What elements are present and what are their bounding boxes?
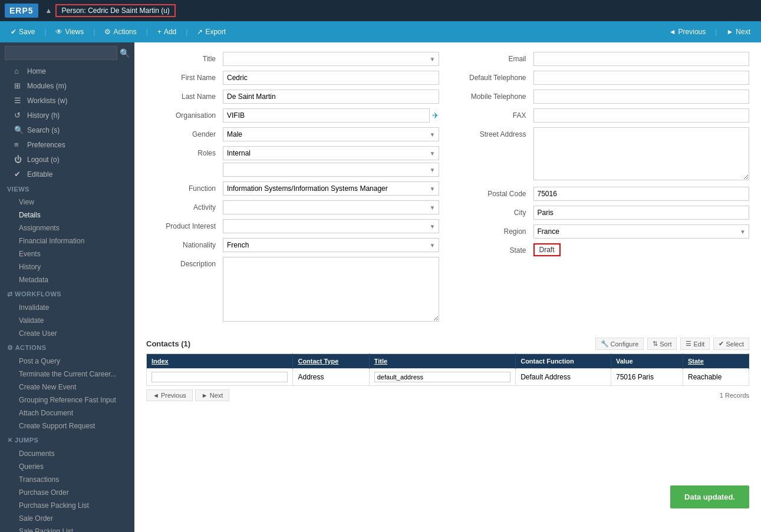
gender-input[interactable]	[223, 127, 439, 141]
mobile-tel-row: Mobile Telephone	[457, 90, 750, 104]
organisation-label: Organisation	[146, 108, 223, 120]
contacts-next-button[interactable]: ► Next	[195, 389, 230, 401]
organisation-link-icon[interactable]: ✈	[432, 111, 439, 120]
region-input[interactable]	[533, 224, 750, 239]
add-button[interactable]: + Add	[151, 25, 182, 38]
sidebar-item-worklists[interactable]: ☰ Worklists (w)	[0, 93, 134, 108]
sidebar-subitem-transactions[interactable]: Transactions	[0, 473, 134, 486]
fax-label: FAX	[457, 108, 533, 120]
sidebar-item-home[interactable]: ⌂ Home	[0, 64, 134, 78]
title-input[interactable]	[223, 52, 439, 66]
table-row: Address Default Address 75016 Paris Reac…	[147, 369, 749, 386]
sidebar-item-search[interactable]: 🔍 Search (s)	[0, 123, 134, 137]
sidebar-subitem-purchase-packing[interactable]: Purchase Packing List	[0, 499, 134, 512]
sidebar-subitem-validate[interactable]: Validate	[0, 314, 134, 327]
nationality-row: Nationality ▼	[146, 238, 439, 252]
sidebar-subitem-metadata[interactable]: Metadata	[0, 273, 134, 286]
street-field	[533, 127, 750, 182]
cell-contact-function: Default Address	[516, 369, 611, 386]
sidebar-subitem-create-user[interactable]: Create User	[0, 327, 134, 340]
sidebar-item-history[interactable]: ↺ History (h)	[0, 108, 134, 123]
nationality-input[interactable]	[223, 238, 439, 252]
sidebar-subitem-view[interactable]: View	[0, 196, 134, 209]
sidebar-subitem-financial[interactable]: Financial Information	[0, 234, 134, 247]
sidebar-subitem-grouping-ref[interactable]: Grouping Reference Fast Input	[0, 394, 134, 407]
activity-input[interactable]	[223, 200, 439, 214]
edit-button[interactable]: ☰ Edit	[680, 338, 710, 350]
contacts-prev-button[interactable]: ◄ Previous	[146, 389, 193, 401]
title-input-row[interactable]	[374, 372, 510, 382]
firstname-label: First Name	[146, 71, 223, 82]
cell-index	[147, 369, 293, 386]
col-index[interactable]: Index	[147, 354, 293, 369]
sidebar-item-label: Worklists (w)	[27, 97, 67, 105]
action-bar: ✔ Save | 👁 Views | ⚙ Actions | + Add | ↗…	[0, 21, 761, 42]
previous-button[interactable]: ◄ Previous	[663, 25, 712, 38]
firstname-input[interactable]	[223, 71, 439, 85]
sidebar-subitem-attach-doc[interactable]: Attach Document	[0, 407, 134, 419]
product-interest-input[interactable]	[223, 219, 439, 233]
sidebar-subitem-create-event[interactable]: Create New Event	[0, 381, 134, 394]
next-button[interactable]: ► Next	[720, 25, 756, 38]
save-button[interactable]: ✔ Save	[5, 25, 41, 38]
organisation-input[interactable]	[223, 108, 430, 123]
email-row: Email	[457, 52, 750, 66]
sidebar-subitem-sale-order[interactable]: Sale Order	[0, 512, 134, 525]
sidebar: 🔍 ⌂ Home ⊞ Modules (m) ☰ Worklists (w) ↺…	[0, 42, 134, 532]
cell-state: Reachable	[683, 369, 749, 386]
state-field: Draft	[533, 243, 750, 256]
sidebar-item-logout[interactable]: ⏻ Logout (o)	[0, 152, 134, 167]
sidebar-subitem-assignments[interactable]: Assignments	[0, 222, 134, 234]
sidebar-subitem-invalidate[interactable]: Invalidate	[0, 301, 134, 314]
sidebar-subitem-documents[interactable]: Documents	[0, 447, 134, 460]
sidebar-item-preferences[interactable]: ≡ Preferences	[0, 137, 134, 152]
sidebar-item-editable[interactable]: ✔ Editable	[0, 167, 134, 181]
configure-button[interactable]: 🔧 Configure	[595, 338, 644, 350]
select-icon: ✔	[719, 340, 724, 348]
function-input[interactable]	[223, 181, 439, 196]
sidebar-subitem-sale-packing[interactable]: Sale Packing List	[0, 525, 134, 532]
select-button[interactable]: ✔ Select	[713, 338, 749, 350]
search-icon[interactable]: 🔍	[120, 48, 130, 58]
description-textarea[interactable]	[223, 257, 439, 322]
actions-button[interactable]: ⚙ Actions	[98, 25, 142, 38]
email-input[interactable]	[533, 52, 750, 66]
views-button[interactable]: 👁 Views	[50, 25, 90, 38]
gender-row: Gender ▼	[146, 127, 439, 141]
roles-input2[interactable]	[223, 163, 439, 177]
sidebar-subitem-details[interactable]: Details	[0, 209, 134, 222]
sidebar-item-label: Editable	[27, 170, 52, 179]
street-textarea[interactable]	[533, 127, 750, 180]
sidebar-subitem-purchase-order[interactable]: Purchase Order	[0, 486, 134, 499]
mobile-tel-input[interactable]	[533, 90, 750, 104]
street-row: Street Address	[457, 127, 750, 182]
sidebar-subitem-events[interactable]: Events	[0, 247, 134, 260]
lastname-input[interactable]	[223, 90, 439, 104]
export-button[interactable]: ↗ Export	[191, 25, 232, 38]
col-contact-type[interactable]: Contact Type	[293, 354, 369, 369]
search-input[interactable]	[5, 46, 117, 60]
postal-input[interactable]	[533, 187, 750, 201]
city-input[interactable]	[533, 206, 750, 220]
activity-row: Activity ▼	[146, 200, 439, 214]
lastname-row: Last Name	[146, 90, 439, 104]
sidebar-subitem-history2[interactable]: History	[0, 260, 134, 273]
sidebar-item-modules[interactable]: ⊞ Modules (m)	[0, 78, 134, 93]
cell-title	[369, 369, 515, 386]
modules-icon: ⊞	[14, 81, 24, 90]
sort-button[interactable]: ⇅ Sort	[647, 338, 677, 350]
sidebar-subitem-terminate-career[interactable]: Terminate the Current Career...	[0, 368, 134, 381]
postal-field	[533, 187, 750, 201]
fax-input[interactable]	[533, 108, 750, 123]
index-input[interactable]	[151, 372, 288, 382]
roles-input1[interactable]	[223, 146, 439, 160]
editable-icon: ✔	[14, 170, 24, 179]
default-tel-input[interactable]	[533, 71, 750, 85]
form-left-col: Title ▼ First Name	[146, 52, 451, 328]
col-title[interactable]: Title	[369, 354, 515, 369]
sidebar-subitem-create-support[interactable]: Create Support Request	[0, 419, 134, 432]
sidebar-subitem-post-query[interactable]: Post a Query	[0, 355, 134, 368]
col-state[interactable]: State	[683, 354, 749, 369]
sidebar-subitem-queries[interactable]: Queries	[0, 460, 134, 473]
description-label: Description	[146, 257, 223, 268]
